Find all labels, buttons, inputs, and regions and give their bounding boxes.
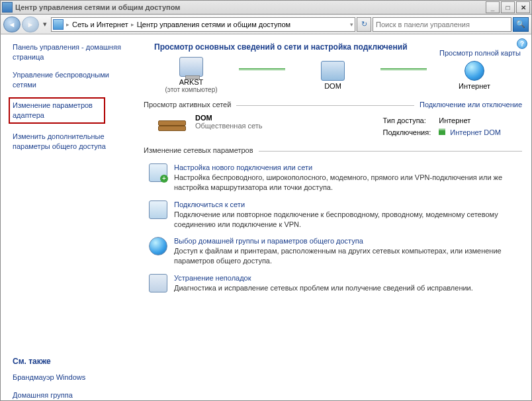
- sidebar-link-adapter-settings[interactable]: Изменение параметров адаптера: [9, 97, 105, 124]
- main-panel: ? Просмотр основных сведений о сети и на…: [138, 34, 531, 400]
- network-icon: [53, 19, 64, 30]
- app-icon: [2, 2, 13, 13]
- task-title-link[interactable]: Подключиться к сети: [174, 200, 522, 208]
- chevron-down-icon[interactable]: ▾: [350, 21, 353, 28]
- access-type-value: Интернет: [439, 115, 508, 126]
- new-connection-icon: [149, 163, 167, 182]
- change-settings-group: Изменение сетевых параметров Настройка н…: [144, 151, 522, 293]
- window-title: Центр управления сетями и общим доступом: [15, 3, 484, 11]
- map-node-sublabel: (этот компьютер): [152, 86, 231, 93]
- help-icon[interactable]: ?: [517, 38, 527, 49]
- connect-network-icon: [149, 200, 167, 219]
- active-networks-group: Просмотр активных сетей Подключение или …: [144, 105, 522, 139]
- navbar: ◄ ► ▾ ▸ Сеть и Интернет ▸ Центр управлен…: [0, 15, 532, 34]
- breadcrumb-2[interactable]: Центр управления сетями и общим доступом: [137, 21, 290, 28]
- sidebar-link-home[interactable]: Панель управления - домашняя страница: [13, 42, 132, 62]
- titlebar: Центр управления сетями и общим доступом…: [0, 0, 532, 15]
- globe-icon: [465, 61, 484, 81]
- back-button[interactable]: ◄: [3, 17, 21, 32]
- forward-button[interactable]: ►: [22, 17, 39, 32]
- network-name: DOM: [195, 114, 263, 122]
- connection-line: [380, 68, 427, 70]
- network-category: Общественная сеть: [195, 122, 263, 130]
- see-also-firewall[interactable]: Брандмауэр Windows: [13, 373, 132, 382]
- map-node-this-pc[interactable]: ARKST (этот компьютер): [152, 57, 231, 93]
- group-legend: Изменение сетевых параметров: [144, 146, 259, 154]
- task-desc: Диагностика и исправление сетевых пробле…: [174, 283, 473, 293]
- task-new-connection: Настройка нового подключения или сети На…: [149, 163, 522, 193]
- signal-icon: [439, 128, 445, 135]
- task-homegroup: Выбор домашней группы и параметров общег…: [149, 237, 522, 266]
- network-map: ARKST (этот компьютер) DOM Интернет: [144, 57, 522, 93]
- refresh-button[interactable]: ↻: [357, 17, 371, 32]
- minimize-button[interactable]: _: [486, 1, 500, 13]
- task-title-link[interactable]: Выбор домашней группы и параметров общег…: [174, 237, 522, 245]
- map-node-network[interactable]: DOM: [293, 61, 373, 90]
- task-desc: Доступ к файлам и принтерам, расположенн…: [174, 246, 522, 266]
- computer-icon: [179, 57, 203, 77]
- sidebar-link-wireless[interactable]: Управление беспроводными сетями: [13, 70, 132, 90]
- connections-label: Подключения:: [383, 127, 438, 138]
- network-details-table: Тип доступа: Интернет Подключения: Интер…: [382, 114, 509, 139]
- see-also-homegroup[interactable]: Домашняя группа: [13, 390, 132, 400]
- task-desc: Настройка беспроводного, широкополосного…: [174, 173, 522, 193]
- task-troubleshoot: Устранение неполадок Диагностика и испра…: [149, 274, 522, 293]
- task-desc: Подключение или повторное подключение к …: [174, 210, 522, 230]
- connect-disconnect-link[interactable]: Подключение или отключение: [414, 101, 522, 109]
- see-also-header: См. также: [13, 357, 132, 366]
- search-button[interactable]: 🔍: [513, 17, 529, 32]
- task-title-link[interactable]: Устранение неполадок: [174, 274, 473, 282]
- map-node-label: Интернет: [435, 82, 514, 90]
- task-connect-network: Подключиться к сети Подключение или повт…: [149, 200, 522, 230]
- group-legend: Просмотр активных сетей: [144, 101, 236, 109]
- history-dropdown[interactable]: ▾: [40, 17, 50, 32]
- breadcrumb-1[interactable]: Сеть и Интернет: [72, 21, 128, 28]
- sidebar-link-sharing[interactable]: Изменить дополнительные параметры общего…: [13, 132, 132, 152]
- search-box[interactable]: [373, 17, 511, 32]
- bench-icon: [157, 116, 186, 136]
- full-map-link[interactable]: Просмотр полной карты: [439, 49, 521, 57]
- map-node-label: DOM: [293, 82, 373, 90]
- map-node-internet[interactable]: Интернет: [435, 61, 514, 90]
- task-title-link[interactable]: Настройка нового подключения или сети: [174, 163, 522, 171]
- sidebar: Панель управления - домашняя страница Уп…: [1, 34, 138, 400]
- chevron-icon: ▸: [66, 21, 69, 28]
- troubleshoot-icon: [149, 274, 167, 292]
- homegroup-icon: [149, 237, 167, 255]
- chevron-icon: ▸: [131, 21, 134, 28]
- close-button[interactable]: ✕: [516, 1, 530, 13]
- address-bar[interactable]: ▸ Сеть и Интернет ▸ Центр управления сет…: [51, 17, 355, 32]
- network-device-icon: [321, 61, 345, 81]
- connection-line: [239, 68, 285, 70]
- maximize-button[interactable]: □: [501, 1, 515, 13]
- connection-link[interactable]: Интернет DOM: [450, 128, 501, 136]
- access-type-label: Тип доступа:: [383, 115, 438, 126]
- search-input[interactable]: [373, 21, 511, 28]
